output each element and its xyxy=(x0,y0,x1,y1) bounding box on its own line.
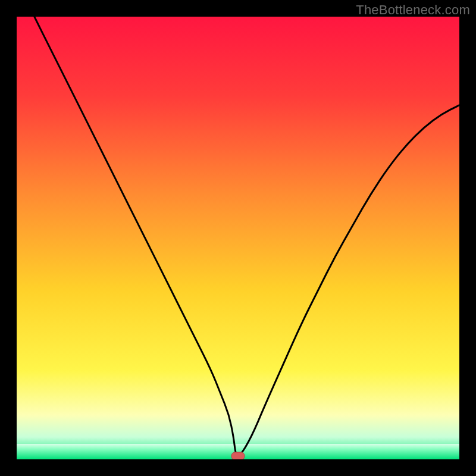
watermark-text: TheBottleneck.com xyxy=(356,2,470,18)
optimal-marker xyxy=(231,452,245,459)
gradient-background xyxy=(17,17,459,459)
plot-area xyxy=(17,17,459,459)
chart-frame: TheBottleneck.com xyxy=(0,0,476,476)
bottleneck-chart xyxy=(17,17,459,459)
